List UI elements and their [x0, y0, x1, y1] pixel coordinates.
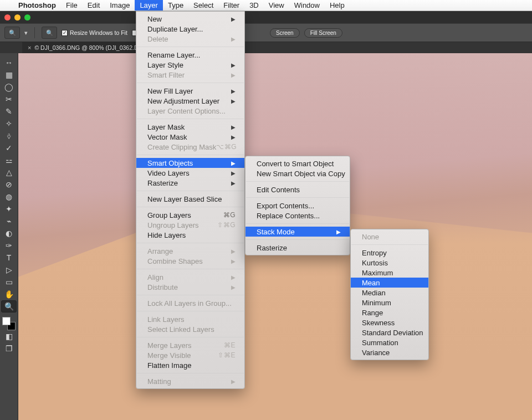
layer-item-layer-style[interactable]: Layer Style▶ — [136, 60, 244, 70]
stack-item-standard-deviation[interactable]: Standard Deviation — [351, 327, 428, 337]
close-icon[interactable] — [4, 14, 11, 21]
color-swatch[interactable] — [2, 317, 16, 330]
tool-7[interactable]: ✓ — [1, 142, 17, 154]
stack-item-minimum[interactable]: Minimum — [351, 298, 428, 308]
menubar-item-help[interactable]: Help — [325, 0, 350, 11]
tool-8[interactable]: ⚍ — [1, 154, 17, 166]
layer-item-new-layer-based-slice[interactable]: New Layer Based Slice — [136, 194, 244, 204]
close-tab-icon[interactable]: × — [28, 44, 31, 51]
tool-9[interactable]: △ — [1, 166, 17, 178]
layer-item-rename-layer[interactable]: Rename Layer... — [136, 50, 244, 60]
submenu-arrow-icon: ▶ — [231, 170, 236, 176]
layer-item-new[interactable]: New▶ — [136, 14, 244, 24]
menu-item-label: New — [147, 15, 162, 23]
layer-item-layer-mask[interactable]: Layer Mask▶ — [136, 122, 244, 132]
layer-item-new-adjustment-layer[interactable]: New Adjustment Layer▶ — [136, 96, 244, 106]
smart-item-replace-contents[interactable]: Replace Contents... — [245, 211, 350, 221]
smart-item-rasterize[interactable]: Rasterize — [245, 243, 350, 253]
tool-12[interactable]: ✦ — [1, 203, 17, 215]
layer-item-flatten-image[interactable]: Flatten Image — [136, 360, 244, 370]
smart-item-edit-contents[interactable]: Edit Contents — [245, 185, 350, 194]
tools-panel: ↔▦◯✂✎✧⎀✓⚍△⊘◍✦⌁◐✑T▷▭✋🔍◧❐ — [0, 53, 18, 420]
menubar-item-file[interactable]: File — [61, 0, 83, 11]
layer-item-video-layers[interactable]: Video Layers▶ — [136, 168, 244, 178]
menubar-item-image[interactable]: Image — [105, 0, 135, 11]
stack-item-skewness[interactable]: Skewness — [351, 317, 428, 327]
fill-screen-button[interactable]: Fill Screen — [304, 28, 342, 38]
smart-item-convert-to-smart-object[interactable]: Convert to Smart Object — [245, 158, 350, 168]
tool-19[interactable]: ✋ — [1, 288, 17, 300]
layer-item-vector-mask[interactable]: Vector Mask▶ — [136, 132, 244, 142]
submenu-arrow-icon: ▶ — [231, 124, 236, 130]
stack-item-none: None — [351, 232, 428, 242]
separator — [137, 269, 244, 269]
current-tool-icon[interactable]: 🔍 — [4, 27, 20, 39]
tool-6[interactable]: ⎀ — [1, 130, 17, 142]
menubar-item-filter[interactable]: Filter — [218, 0, 244, 11]
stack-item-maximum[interactable]: Maximum — [351, 268, 428, 278]
menubar-item-window[interactable]: Window — [289, 0, 325, 11]
menubar-item-3d[interactable]: 3D — [244, 0, 264, 11]
smart-item-export-contents[interactable]: Export Contents... — [245, 201, 350, 211]
tool-15[interactable]: ✑ — [1, 239, 17, 252]
menubar-item-type[interactable]: Type — [163, 0, 188, 11]
stack-item-mean[interactable]: Mean — [351, 278, 428, 288]
layer-item-group-layers[interactable]: Group Layers⌘G — [136, 210, 244, 220]
submenu-arrow-icon: ▶ — [336, 229, 341, 235]
smart-item-new-smart-object-via-copy[interactable]: New Smart Object via Copy — [245, 168, 350, 178]
menubar-item-select[interactable]: Select — [188, 0, 218, 11]
tool-2[interactable]: ◯ — [1, 81, 17, 93]
layer-item-smart-objects[interactable]: Smart Objects▶ — [136, 158, 244, 168]
stack-item-entropy[interactable]: Entropy — [351, 248, 428, 258]
shortcut: ⌘G — [223, 211, 236, 219]
stack-item-variance[interactable]: Variance — [351, 347, 428, 357]
tool-preset-icon[interactable]: 🔍 — [42, 27, 57, 39]
resize-windows-checkbox[interactable]: ✓ Resize Windows to Fit — [62, 29, 127, 36]
layer-item-create-clipping-mask: Create Clipping Mask⌥⌘G — [136, 142, 244, 152]
menu-item-label: Lock All Layers in Group... — [147, 299, 232, 308]
zoom-icon[interactable] — [24, 14, 30, 21]
screen-button[interactable]: Screen — [270, 28, 300, 38]
mode-icon[interactable]: ◧ — [1, 330, 17, 342]
tool-13[interactable]: ⌁ — [1, 215, 17, 227]
tool-20[interactable]: 🔍 — [1, 300, 17, 313]
submenu-arrow-icon: ▶ — [231, 274, 236, 280]
separator — [137, 155, 244, 155]
mode-icon[interactable]: ❐ — [1, 342, 17, 355]
menubar-item-view[interactable]: View — [264, 0, 289, 11]
stack-item-median[interactable]: Median — [351, 288, 428, 298]
menu-item-label: New Adjustment Layer — [147, 97, 219, 105]
minimize-icon[interactable] — [14, 14, 21, 21]
layer-item-rasterize[interactable]: Rasterize▶ — [136, 178, 244, 188]
layer-item-hide-layers[interactable]: Hide Layers — [136, 230, 244, 240]
submenu-arrow-icon: ▶ — [231, 16, 236, 22]
stack-item-range[interactable]: Range — [351, 308, 428, 317]
tool-10[interactable]: ⊘ — [1, 178, 17, 191]
menu-item-label: Minimum — [362, 299, 391, 307]
tool-3[interactable]: ✂ — [1, 93, 17, 105]
menu-item-label: Matting — [147, 377, 171, 386]
menubar-item-layer[interactable]: Layer — [135, 0, 163, 11]
tool-4[interactable]: ✎ — [1, 105, 17, 117]
menubar-item-edit[interactable]: Edit — [83, 0, 105, 11]
tool-18[interactable]: ▭ — [1, 276, 17, 288]
tool-11[interactable]: ◍ — [1, 191, 17, 203]
menu-item-label: Range — [362, 309, 383, 317]
layer-item-duplicate-layer[interactable]: Duplicate Layer... — [136, 24, 244, 34]
menu-item-label: Skewness — [362, 319, 395, 327]
stack-item-summation[interactable]: Summation — [351, 337, 428, 347]
tool-5[interactable]: ✧ — [1, 117, 17, 130]
tool-16[interactable]: T — [1, 252, 17, 264]
tool-0[interactable]: ↔ — [1, 57, 17, 69]
tool-1[interactable]: ▦ — [1, 69, 17, 81]
tool-14[interactable]: ◐ — [1, 227, 17, 239]
stack-item-kurtosis[interactable]: Kurtosis — [351, 258, 428, 268]
layer-item-new-fill-layer[interactable]: New Fill Layer▶ — [136, 86, 244, 96]
submenu-arrow-icon: ▶ — [231, 248, 236, 254]
menu-item-label: Stack Mode — [257, 228, 295, 236]
menu-item-label: Maximum — [362, 269, 393, 277]
smart-item-stack-mode[interactable]: Stack Mode▶ — [245, 227, 350, 237]
menubar-app[interactable]: Photoshop — [13, 0, 61, 11]
menu-item-label: Rename Layer... — [147, 51, 200, 59]
tool-17[interactable]: ▷ — [1, 264, 17, 276]
